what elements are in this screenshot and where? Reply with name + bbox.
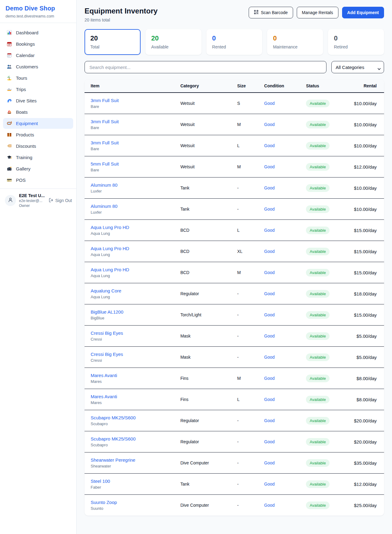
cell-rental: $10.00/day xyxy=(351,199,384,220)
stat-value: 0 xyxy=(273,34,317,42)
item-link[interactable]: Aqua Lung Pro HD xyxy=(91,267,174,272)
condition-link[interactable]: Good xyxy=(264,122,275,127)
condition-link[interactable]: Good xyxy=(264,185,275,190)
item-link[interactable]: Aqua Lung Pro HD xyxy=(91,225,174,230)
status-badge: Available xyxy=(306,459,330,467)
condition-link[interactable]: Good xyxy=(264,312,275,317)
condition-link[interactable]: Good xyxy=(264,291,275,296)
status-badge: Available xyxy=(306,332,330,340)
condition-link[interactable]: Good xyxy=(264,101,275,106)
sidebar-item-training[interactable]: Training xyxy=(3,152,73,163)
tag-icon xyxy=(7,143,12,149)
condition-link[interactable]: Good xyxy=(264,164,275,169)
sign-out-button[interactable]: Sign Out xyxy=(49,198,72,204)
item-link[interactable]: Scubapro MK25/S600 xyxy=(91,436,174,441)
item-link[interactable]: Shearwater Peregrine xyxy=(91,457,174,463)
sidebar-item-boats[interactable]: Boats xyxy=(3,107,73,117)
table-row: BigBlue AL1200 BigBlue Torch/Light - Goo… xyxy=(85,304,384,326)
stat-card-total[interactable]: 20 Total xyxy=(85,29,141,55)
stat-value: 0 xyxy=(334,34,378,42)
item-link[interactable]: Aluminum 80 xyxy=(91,204,174,209)
item-link[interactable]: Aluminum 80 xyxy=(91,182,174,188)
stats-row: 20 Total 20 Available 0 Rented 0 Mainten… xyxy=(85,29,384,55)
stat-card-maintenance[interactable]: 0 Maintenance xyxy=(267,29,323,55)
item-link[interactable]: 5mm Full Suit xyxy=(91,161,174,166)
sidebar-item-products[interactable]: Products xyxy=(3,129,73,140)
manage-rentals-button[interactable]: Manage Rentals xyxy=(297,7,338,18)
cell-size: M xyxy=(234,368,261,389)
sidebar-item-pos[interactable]: POS xyxy=(3,175,73,185)
item-link[interactable]: Aqua Lung Pro HD xyxy=(91,246,174,251)
condition-link[interactable]: Good xyxy=(264,376,275,381)
item-link[interactable]: Suunto Zoop xyxy=(91,500,174,505)
condition-link[interactable]: Good xyxy=(264,143,275,148)
stat-card-available[interactable]: 20 Available xyxy=(145,29,202,55)
stat-label: Maintenance xyxy=(273,44,317,49)
sidebar-item-gallery[interactable]: Gallery xyxy=(3,163,73,174)
item-brand: Cressi xyxy=(91,337,174,341)
item-brand: Cressi xyxy=(91,358,174,363)
condition-link[interactable]: Good xyxy=(264,503,275,508)
item-link[interactable]: Cressi Big Eyes xyxy=(91,330,174,336)
scan-barcode-label: Scan Barcode xyxy=(261,10,288,15)
cell-category: Regulator xyxy=(177,283,234,304)
condition-link[interactable]: Good xyxy=(264,460,275,465)
item-brand: Aqua Lung xyxy=(91,252,174,257)
cell-rental: $25.00/day xyxy=(351,495,384,516)
item-link[interactable]: 3mm Full Suit xyxy=(91,98,174,103)
condition-link[interactable]: Good xyxy=(264,207,275,212)
condition-link[interactable]: Good xyxy=(264,334,275,338)
sidebar-item-tours[interactable]: Tours xyxy=(3,73,73,83)
table-row: Scubapro MK25/S600 Scubapro Regulator - … xyxy=(85,410,384,431)
condition-link[interactable]: Good xyxy=(264,418,275,423)
item-link[interactable]: 3mm Full Suit xyxy=(91,119,174,124)
scan-barcode-button[interactable]: Scan Barcode xyxy=(249,7,293,18)
condition-link[interactable]: Good xyxy=(264,439,275,444)
graduation-cap-icon xyxy=(7,155,12,160)
camera-icon xyxy=(7,166,12,171)
stat-card-rented[interactable]: 0 Rented xyxy=(206,29,262,55)
condition-link[interactable]: Good xyxy=(264,228,275,233)
cell-category: BCD xyxy=(177,262,234,283)
condition-link[interactable]: Good xyxy=(264,270,275,275)
cell-rental: $8.00/day xyxy=(351,389,384,410)
sidebar-item-trips[interactable]: Trips xyxy=(3,84,73,95)
sidebar-item-dive-sites[interactable]: Dive Sites xyxy=(3,95,73,106)
status-badge: Available xyxy=(306,438,330,446)
item-link[interactable]: Cressi Big Eyes xyxy=(91,352,174,357)
category-select[interactable]: All Categories xyxy=(331,61,384,73)
cell-size: L xyxy=(234,389,261,410)
item-brand: BigBlue xyxy=(91,316,174,320)
cell-rental: $8.00/day xyxy=(351,368,384,389)
search-input[interactable] xyxy=(85,61,326,73)
cell-rental: $35.00/day xyxy=(351,452,384,474)
item-link[interactable]: BigBlue AL1200 xyxy=(91,309,174,315)
item-link[interactable]: 3mm Full Suit xyxy=(91,140,174,145)
user-role: Owner xyxy=(19,204,46,208)
sidebar-item-discounts[interactable]: Discounts xyxy=(3,141,73,151)
item-link[interactable]: Mares Avanti xyxy=(91,394,174,399)
cell-size: S xyxy=(234,93,261,114)
column-header-rental: Rental xyxy=(351,79,384,93)
item-brand: Faber xyxy=(91,485,174,490)
condition-link[interactable]: Good xyxy=(264,249,275,254)
sidebar-item-equipment[interactable]: Equipment xyxy=(3,118,73,129)
cell-rental: $10.00/day xyxy=(351,114,384,135)
cell-category: Tank xyxy=(177,474,234,495)
stat-card-retired[interactable]: 0 Retired xyxy=(328,29,384,55)
sidebar-item-dashboard[interactable]: Dashboard xyxy=(3,27,73,38)
stat-label: Retired xyxy=(334,44,378,49)
cell-rental: $10.00/day xyxy=(351,135,384,156)
sidebar-item-bookings[interactable]: 17 Bookings xyxy=(3,39,73,49)
condition-link[interactable]: Good xyxy=(264,355,275,360)
item-link[interactable]: Aqualung Core xyxy=(91,288,174,293)
condition-link[interactable]: Good xyxy=(264,482,275,486)
sidebar-item-calendar[interactable]: Calendar xyxy=(3,50,73,61)
item-brand: Suunto xyxy=(91,506,174,511)
item-link[interactable]: Mares Avanti xyxy=(91,373,174,378)
sidebar-item-customers[interactable]: Customers xyxy=(3,61,73,72)
condition-link[interactable]: Good xyxy=(264,397,275,402)
add-equipment-button[interactable]: Add Equipment xyxy=(342,7,384,18)
item-link[interactable]: Scubapro MK25/S600 xyxy=(91,415,174,420)
item-link[interactable]: Steel 100 xyxy=(91,479,174,484)
